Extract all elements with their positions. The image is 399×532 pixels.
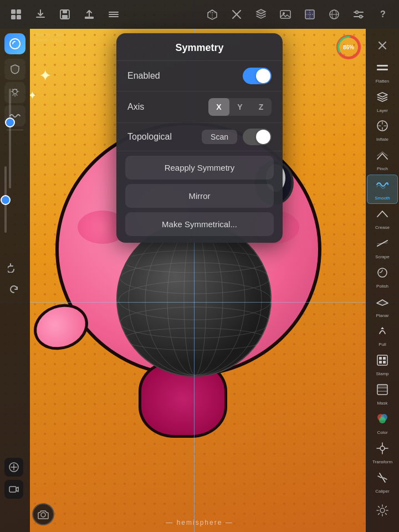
inflate-label: Inflate: [376, 137, 388, 142]
help-button[interactable]: ?: [371, 3, 395, 26]
vertex-count: Vertices: 5,184: [34, 32, 64, 38]
svg-point-4: [123, 328, 267, 350]
flatten-tool-button[interactable]: Flatten: [367, 57, 398, 86]
download-button[interactable]: [29, 3, 52, 26]
axis-button-group: X Y Z: [208, 98, 272, 116]
svg-rect-16: [85, 17, 94, 19]
svg-rect-49: [377, 65, 388, 66]
face-count: Faces: 3,832: [34, 38, 64, 43]
smooth-tool-button[interactable]: Smooth: [367, 175, 398, 204]
svg-point-8: [129, 226, 262, 375]
inflate-tool-button[interactable]: Inflate: [367, 116, 398, 145]
svg-rect-14: [63, 10, 67, 13]
topological-toggle[interactable]: [243, 129, 272, 145]
toggle-thumb: [256, 69, 270, 83]
symmetry-line-horizontal: [0, 302, 399, 303]
flatten-label: Flatten: [376, 79, 389, 84]
svg-rect-61: [377, 385, 387, 388]
polish-icon: [375, 265, 390, 283]
caliper-tool-button[interactable]: Caliper: [367, 467, 398, 497]
axis-row: Axis X Y Z: [116, 91, 283, 123]
color-tool-button[interactable]: Color: [367, 408, 398, 438]
redo-button[interactable]: [4, 280, 23, 299]
axis-z-button[interactable]: Z: [250, 98, 272, 116]
crease-tool-button[interactable]: Crease: [367, 204, 398, 233]
settings-gear-icon: [375, 503, 390, 521]
svg-point-0: [123, 250, 267, 273]
scan-badge[interactable]: Scan: [202, 130, 237, 144]
smooth-icon: [375, 177, 390, 195]
modal-title: Symmetry: [116, 33, 283, 61]
enabled-toggle[interactable]: [243, 68, 272, 84]
pinch-tool-button[interactable]: Pinch: [367, 145, 398, 175]
layers-button[interactable]: [249, 3, 273, 26]
menu-button[interactable]: [102, 3, 125, 26]
save-button[interactable]: [53, 3, 76, 26]
svg-point-5: [184, 226, 206, 375]
brush-strength-slider[interactable]: [4, 166, 16, 244]
svg-point-36: [360, 16, 362, 18]
svg-point-65: [380, 446, 385, 451]
polish-tool-button[interactable]: Polish: [367, 262, 398, 291]
settings-button[interactable]: [347, 3, 370, 26]
make-symmetrical-button[interactable]: Make Symmetrical...: [125, 212, 274, 236]
svg-point-46: [41, 513, 45, 517]
svg-rect-45: [9, 487, 16, 492]
pull-tool-button[interactable]: Pull: [367, 321, 398, 350]
planar-tool-button[interactable]: Planar: [367, 291, 398, 321]
svg-rect-53: [377, 355, 387, 365]
add-tool-button[interactable]: [4, 458, 23, 477]
pinch-label: Pinch: [377, 166, 388, 171]
layer-tool-button[interactable]: Layer: [367, 86, 398, 116]
settings-tool-button[interactable]: [367, 497, 398, 528]
axis-y-button[interactable]: Y: [229, 98, 250, 116]
grid-button[interactable]: [4, 3, 28, 26]
slider-thumb-1[interactable]: [5, 117, 15, 127]
mask-icon: [375, 382, 390, 400]
svg-rect-54: [379, 357, 382, 360]
image-button[interactable]: [274, 3, 297, 26]
topological-controls: Scan: [202, 129, 272, 145]
transform-tool-button[interactable]: Transform: [367, 438, 398, 467]
mirror-button[interactable]: Mirror: [125, 184, 274, 208]
axis-x-button[interactable]: X: [208, 98, 229, 116]
topological-label: Topological: [127, 132, 172, 142]
smooth-label: Smooth: [375, 196, 390, 201]
reference-button[interactable]: [298, 3, 321, 26]
axis-label: Axis: [127, 102, 144, 112]
stamp-tool-button[interactable]: Stamp: [367, 350, 398, 380]
svg-rect-15: [62, 15, 68, 18]
xray-button[interactable]: [225, 3, 248, 26]
color-label: Color: [377, 430, 387, 435]
caliper-label: Caliper: [375, 489, 389, 494]
enabled-row: Enabled: [116, 61, 283, 91]
toolbar-left-group: [4, 3, 125, 26]
scrape-tool-button[interactable]: Scrape: [367, 233, 398, 262]
svg-point-70: [380, 508, 385, 513]
mask-tool-button[interactable]: Mask: [367, 380, 398, 409]
svg-rect-11: [11, 15, 16, 19]
stamp-icon: [375, 353, 390, 371]
topological-row: Topological Scan: [116, 123, 283, 151]
export-button[interactable]: [78, 3, 101, 26]
svg-point-64: [379, 417, 386, 423]
camera-button[interactable]: [32, 503, 54, 525]
progress-ring: 86%: [336, 34, 361, 60]
svg-rect-10: [17, 9, 21, 14]
inflate-icon: [375, 119, 390, 136]
undo-button[interactable]: [4, 257, 23, 276]
crease-icon: [375, 207, 390, 224]
svg-rect-57: [383, 361, 386, 364]
shield-tool-button[interactable]: [4, 59, 25, 80]
color-icon: [375, 412, 390, 429]
reapply-symmetry-button[interactable]: Reapply Symmetry: [125, 156, 274, 180]
background-button[interactable]: [323, 3, 346, 26]
3d-button[interactable]: [201, 3, 224, 26]
slider-thumb-2[interactable]: [1, 195, 11, 205]
svg-rect-50: [377, 69, 388, 70]
video-tool-button[interactable]: [4, 480, 23, 499]
caliper-icon: [375, 470, 390, 488]
flatten-icon: [375, 60, 390, 78]
svg-rect-55: [383, 357, 386, 360]
close-right-button[interactable]: [370, 33, 395, 57]
